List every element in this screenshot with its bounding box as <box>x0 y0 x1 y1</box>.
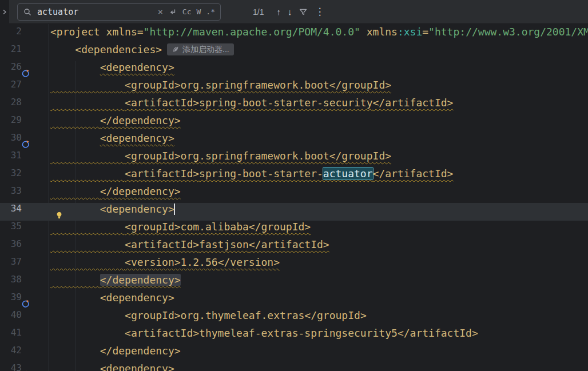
code-line-33[interactable]: 33 </dependency> <box>0 185 588 203</box>
regex-toggle[interactable]: .* <box>206 7 215 16</box>
code-token: <groupId> <box>125 309 181 321</box>
search-field[interactable]: actuator × Cc W .* <box>17 3 221 21</box>
code-token: "http://maven.apache.org/POM/4.0.0" <box>144 26 360 38</box>
warning-underline: </dependency> <box>50 185 181 197</box>
code-line-42[interactable]: 42 </dependency> <box>0 345 588 362</box>
line-number: 43 <box>0 362 22 371</box>
code-token: </artifactId> <box>398 327 478 339</box>
code-text: <groupId>com.alibaba</groupId> <box>50 221 311 233</box>
code-token <box>360 26 367 38</box>
add-starter-hint-chip[interactable]: 添加启动器... <box>167 43 234 55</box>
code-token: <dependency> <box>100 292 174 304</box>
code-token: xmlns <box>367 26 398 38</box>
line-number: 40 <box>0 309 22 320</box>
warning-underline: <groupId>com.alibaba</groupId> <box>50 221 311 233</box>
warning-underline: <artifactId>spring-boot-starter-actuator… <box>50 167 453 179</box>
code-token: fastjson <box>199 238 249 250</box>
more-options-icon[interactable]: ⋮ <box>315 6 324 18</box>
next-occurrence-button[interactable]: ↓ <box>288 7 292 17</box>
search-icon <box>23 7 32 17</box>
code-text: <artifactId>thymeleaf-extras-springsecur… <box>50 327 478 339</box>
clear-search-icon[interactable]: × <box>158 7 163 16</box>
maven-sync-icon[interactable] <box>21 367 30 371</box>
warning-underline: <version>1.2.56</version> <box>50 256 280 268</box>
search-input[interactable]: actuator <box>37 7 153 17</box>
starter-leaf-icon <box>172 45 180 53</box>
code-line-41[interactable]: 41 <artifactId>thymeleaf-extras-springse… <box>0 327 588 345</box>
code-text: <groupId>org.springframework.boot</group… <box>50 150 391 162</box>
code-line-2[interactable]: 2<project xmlns="http://maven.apache.org… <box>0 26 588 43</box>
line-number: 2 <box>0 26 22 37</box>
maven-sync-icon[interactable] <box>21 66 30 74</box>
code-token: <artifactId> <box>125 167 199 179</box>
warning-underline: <artifactId>spring-boot-starter-security… <box>50 97 453 109</box>
code-line-28[interactable]: 28 <artifactId>spring-boot-starter-secur… <box>0 97 588 114</box>
code-token: </groupId> <box>329 150 391 162</box>
code-token: thymeleaf-extras-springsecurity5 <box>199 327 398 339</box>
code-token: <version> <box>125 256 181 268</box>
code-token: spring-boot-starter-security <box>199 97 372 109</box>
line-number: 35 <box>0 221 22 232</box>
line-number: 30 <box>0 132 22 143</box>
text-caret <box>174 204 175 215</box>
filter-icon[interactable] <box>299 7 308 17</box>
line-number: 37 <box>0 256 22 267</box>
code-line-27[interactable]: 27 <groupId>org.springframework.boot</gr… <box>0 79 588 97</box>
maven-sync-icon[interactable] <box>21 296 30 305</box>
code-line-30[interactable]: 30 <dependency> <box>0 132 588 150</box>
code-line-31[interactable]: 31 <groupId>org.springframework.boot</gr… <box>0 150 588 167</box>
code-token: <dependencies> <box>75 43 162 55</box>
code-line-32[interactable]: 32 <artifactId>spring-boot-starter-actua… <box>0 167 588 185</box>
code-token: 1.2.56 <box>181 256 218 268</box>
warning-underline: </dependency> <box>50 114 181 126</box>
line-number: 32 <box>0 167 22 178</box>
code-token: xmlns <box>106 26 137 38</box>
code-token: </artifactId> <box>373 97 454 109</box>
code-token: = <box>422 26 428 38</box>
code-text: <dependency> <box>50 362 174 371</box>
code-token: :xsi <box>398 26 422 38</box>
editor[interactable]: 2<project xmlns="http://maven.apache.org… <box>0 24 588 371</box>
code-token: <artifactId> <box>125 238 199 250</box>
code-token: <groupId> <box>125 221 181 233</box>
code-token: </dependency> <box>100 274 181 286</box>
line-number: 34 <box>0 203 22 214</box>
prev-occurrence-button[interactable]: ↑ <box>276 7 281 17</box>
code-line-29[interactable]: 29 </dependency> <box>0 114 588 132</box>
warning-underline: <groupId>org.springframework.boot</group… <box>50 150 391 162</box>
code-line-35[interactable]: 35 <groupId>com.alibaba</groupId> <box>0 221 588 238</box>
line-number: 39 <box>0 292 22 302</box>
warning-underline: <groupId>org.springframework.boot</group… <box>50 79 391 91</box>
code-token: </artifactId> <box>249 238 329 250</box>
code-line-43[interactable]: 43 <dependency> <box>0 362 588 371</box>
code-text: <artifactId>spring-boot-starter-security… <box>50 97 453 109</box>
line-number: 27 <box>0 79 22 90</box>
code-token: <dependency> <box>100 362 174 371</box>
code-token: </groupId> <box>249 221 311 233</box>
collapse-chevron-icon[interactable] <box>2 9 7 15</box>
code-token: <artifactId> <box>125 327 199 339</box>
code-line-40[interactable]: 40 <groupId>org.thymeleaf.extras</groupI… <box>0 309 588 327</box>
code-line-37[interactable]: 37 <version>1.2.56</version> <box>0 256 588 274</box>
code-line-39[interactable]: 39 <dependency> <box>0 292 588 309</box>
code-line-36[interactable]: 36 <artifactId>fastjson</artifactId> <box>0 238 588 256</box>
code-token: org.thymeleaf.extras <box>181 309 305 321</box>
code-token: org.springframework.boot <box>181 79 329 91</box>
line-number: 29 <box>0 114 22 125</box>
words-toggle[interactable]: W <box>197 7 201 16</box>
code-line-21[interactable]: 21 <dependencies>添加启动器... <box>0 43 588 61</box>
code-line-34[interactable]: 34 <dependency> <box>0 203 588 221</box>
code-token: <groupId> <box>125 150 181 162</box>
code-token: spring-boot-starter- <box>199 167 323 179</box>
code-line-26[interactable]: 26 <dependency> <box>0 61 588 79</box>
newline-icon[interactable] <box>168 7 177 17</box>
code-token: </dependency> <box>100 345 181 357</box>
code-token: </artifactId> <box>373 167 454 179</box>
code-text: <artifactId>spring-boot-starter-actuator… <box>50 167 453 179</box>
code-text: <dependency> <box>50 292 174 304</box>
code-line-38[interactable]: 38 </dependency> <box>0 274 588 292</box>
maven-sync-icon[interactable] <box>21 137 30 145</box>
match-case-toggle[interactable]: Cc <box>182 7 192 16</box>
code-text: </dependency> <box>50 185 181 197</box>
line-number: 42 <box>0 345 22 356</box>
